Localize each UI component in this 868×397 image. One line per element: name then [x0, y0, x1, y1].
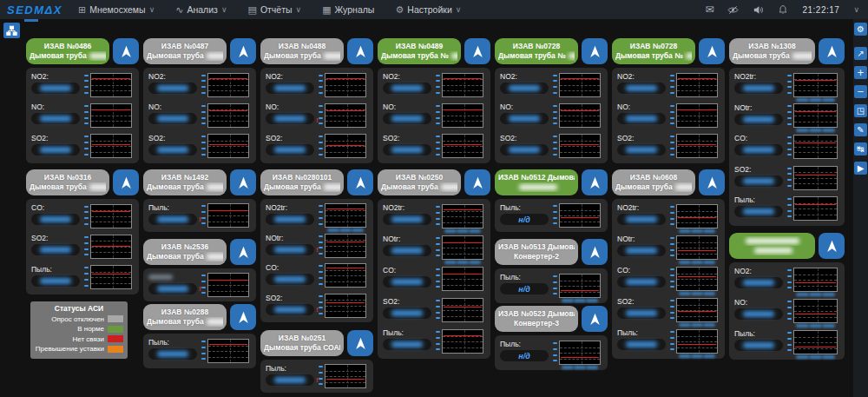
gridline-vertical: [464, 205, 465, 228]
open-mnemo-button[interactable]: [347, 330, 373, 356]
gridline-vertical: [464, 299, 465, 321]
param-value-pill: [617, 245, 666, 256]
trend-line: [444, 274, 482, 275]
axis-ticks: [553, 204, 558, 227]
card-body: Пыль:н/д: [495, 268, 608, 303]
open-mnemo-button[interactable]: [582, 169, 608, 195]
asi-card: ИЗАВ №1492Дымовая трубаПыль:!: [143, 169, 256, 232]
blurred-value: [626, 147, 657, 153]
bell-icon[interactable]: [778, 4, 788, 15]
gridline: [91, 90, 131, 91]
open-mnemo-button[interactable]: [230, 38, 256, 64]
axis-tick: [553, 154, 557, 155]
card-header-row: ИЗАВ №2536Дымовая труба: [143, 239, 256, 265]
fit-width-icon[interactable]: ↹: [854, 142, 867, 155]
export-icon[interactable]: ◳: [854, 104, 867, 117]
param-row: !: [148, 270, 251, 300]
axis-tick: [553, 354, 557, 356]
axis-tick: [670, 281, 674, 282]
gridline: [677, 90, 717, 91]
param-value-pill: [617, 144, 666, 155]
axis-tick: [201, 122, 206, 124]
main-menu: ⊞Мнемосхемы∨∿Анализ∨▤Отчёты∨▦Журналы⚙Нас…: [78, 0, 482, 19]
open-mnemo-button[interactable]: [582, 38, 608, 64]
open-mnemo-button[interactable]: [699, 169, 725, 195]
open-mnemo-button[interactable]: [582, 306, 608, 332]
open-mnemo-button[interactable]: [347, 169, 373, 195]
gridline: [560, 90, 600, 91]
collapse-panel-icon[interactable]: ▶: [854, 162, 867, 175]
analysis-icon: ∿: [175, 5, 183, 15]
expand-icon[interactable]: ↗: [854, 47, 867, 60]
open-mnemo-button[interactable]: [230, 169, 256, 195]
open-mnemo-button[interactable]: [819, 38, 845, 64]
x-axis-labels: [562, 299, 598, 302]
param-row: Пыль:н/д: [500, 337, 602, 368]
axis-tick: [553, 222, 557, 224]
axis-ticks: [84, 235, 89, 258]
gridline: [794, 85, 837, 86]
gridline-vertical: [699, 205, 700, 228]
axis-tick: [553, 360, 557, 361]
zoom-out-icon[interactable]: −: [854, 85, 867, 98]
open-mnemo-button[interactable]: [464, 169, 490, 195]
blurred-value: [626, 310, 657, 316]
card-header: ИЗАВ №0513 Дымовая трубаКонвертер-2: [495, 239, 578, 265]
open-mnemo-button[interactable]: [819, 233, 845, 259]
open-mnemo-button[interactable]: [230, 239, 256, 265]
open-mnemo-button[interactable]: [699, 38, 725, 64]
open-mnemo-button[interactable]: [582, 239, 608, 265]
trend-chart: [793, 196, 838, 221]
gridline-vertical: [699, 330, 700, 353]
menu-item-3[interactable]: ▤Отчёты∨: [247, 4, 301, 15]
blurred-text: [451, 53, 457, 59]
gridline-vertical: [464, 135, 465, 157]
gridline: [794, 152, 837, 153]
axis-tick: [319, 295, 323, 297]
legend-swatch: [108, 346, 123, 353]
open-mnemo-button[interactable]: [464, 38, 490, 64]
trend-chart: [676, 267, 718, 291]
trend-chart: [90, 73, 132, 97]
menu-item-5[interactable]: ⚙Настройки∨: [395, 4, 461, 15]
card-subtitle: Дымовая труба: [147, 182, 223, 192]
open-mnemo-button[interactable]: [113, 38, 139, 64]
gridline: [91, 79, 131, 80]
open-mnemo-button[interactable]: [113, 169, 139, 195]
gridline-vertical: [230, 135, 231, 157]
axis-tick: [670, 218, 674, 220]
open-mnemo-button[interactable]: [347, 38, 373, 64]
gridline: [560, 152, 600, 153]
axis-tick: [436, 317, 440, 319]
mail-icon[interactable]: ✉: [705, 4, 713, 15]
card-body: NO2:NO:SO2:: [612, 68, 725, 163]
card-header: ИЗАВ №0512 Дымовая труба: [495, 169, 578, 195]
gridline: [794, 90, 837, 91]
gridline: [560, 286, 600, 287]
menu-item-1[interactable]: ⊞Мнемосхемы∨: [78, 4, 155, 15]
gridline: [326, 85, 365, 86]
axis-tick: [84, 254, 89, 255]
settings-icon[interactable]: ⚙: [854, 23, 867, 36]
asi-card: ИЗАВ №2536Дымовая труба!: [143, 239, 256, 301]
user-menu-chevron-icon[interactable]: ∨: [853, 5, 859, 14]
menu-item-4[interactable]: ▦Журналы: [322, 4, 374, 15]
mnemo-tree-button[interactable]: [3, 23, 20, 38]
zoom-in-icon[interactable]: +: [854, 66, 867, 79]
card-body: NO2:NO:SO2:: [495, 68, 608, 163]
axis-tick: [319, 154, 323, 155]
blurred-value: [40, 278, 71, 284]
edit-icon[interactable]: ✎: [854, 123, 867, 136]
blurred-value: [274, 85, 306, 91]
trend-chart: [559, 73, 601, 97]
menu-item-2[interactable]: ∿Анализ∨: [175, 4, 227, 15]
param-value-pill: [266, 244, 314, 255]
trend-chart: [325, 203, 366, 228]
sound-icon[interactable]: [753, 4, 764, 16]
open-mnemo-button[interactable]: [230, 304, 256, 330]
param-row: NO2:: [383, 69, 485, 100]
param-row: NO2:: [617, 69, 720, 100]
card-title: [733, 236, 812, 246]
nav-arrow-icon: [353, 175, 368, 190]
eye-hidden-icon[interactable]: [727, 4, 739, 16]
